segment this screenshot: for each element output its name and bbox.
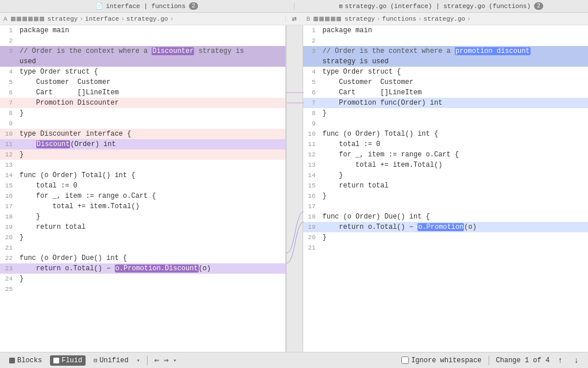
left-code-area[interactable]: 1 package main 2 3 // Order is the conte… bbox=[0, 25, 285, 352]
line-content: func (o Order) Total() int { bbox=[320, 129, 589, 139]
line-number: 13 bbox=[0, 160, 17, 170]
fluid-view-option[interactable]: Fluid bbox=[50, 355, 86, 366]
line-number: 5 bbox=[303, 77, 320, 87]
left-title: 📄 interface | functions 2 bbox=[0, 2, 295, 10]
table-row: 3 // Order is the context where a promot… bbox=[303, 46, 589, 67]
line-number: 18 bbox=[0, 212, 17, 222]
breadcrumb-strategy-left[interactable]: strategy bbox=[48, 16, 78, 22]
left-breadcrumb: A strategy › interface › strategy.go › bbox=[0, 16, 286, 22]
line-content: Promotion Discounter bbox=[17, 98, 285, 108]
left-code-lines: 1 package main 2 3 // Order is the conte… bbox=[0, 25, 285, 294]
ignore-whitespace-label[interactable]: Ignore whitespace bbox=[401, 356, 481, 365]
table-row: 1 package main bbox=[0, 25, 285, 36]
line-number: 24 bbox=[0, 274, 17, 284]
next-change-button[interactable]: ↓ bbox=[571, 355, 582, 366]
table-row: 10 type Discounter interface { bbox=[0, 129, 285, 139]
line-content: type Discounter interface { bbox=[17, 129, 285, 139]
line-content: } bbox=[17, 232, 285, 243]
table-row: 6 Cart []LineItem bbox=[0, 87, 285, 98]
nav-right-arrow[interactable]: ⇒ bbox=[164, 355, 168, 365]
breadcrumb-strategygo-left[interactable]: strategy.go bbox=[126, 16, 168, 22]
line-content: package main bbox=[320, 25, 589, 36]
line-content: Customer Customer bbox=[17, 77, 285, 87]
table-row: 1 package main bbox=[303, 25, 589, 36]
line-content: } bbox=[17, 108, 285, 118]
title-bar: 📄 interface | functions 2 ⊞ strategy.go … bbox=[0, 0, 588, 13]
nav-left-arrow[interactable]: ⇐ bbox=[154, 355, 159, 365]
table-row: 25 bbox=[0, 284, 285, 294]
fluid-icon bbox=[53, 358, 59, 363]
table-row: 15 total := 0 bbox=[0, 181, 285, 191]
line-content: } bbox=[320, 170, 589, 181]
unified-icon: ⊟ bbox=[94, 357, 97, 364]
connector-svg bbox=[287, 25, 304, 347]
table-row: 19 return o.Total() − o.Promotion(o) bbox=[303, 222, 589, 232]
line-number: 25 bbox=[0, 284, 17, 294]
table-row: 11 Discount(Order) int bbox=[0, 139, 285, 150]
table-row: 16 for _, item := range o.Cart { bbox=[0, 191, 285, 201]
main-content: 1 package main 2 3 // Order is the conte… bbox=[0, 25, 588, 352]
right-code-lines: 1 package main 2 3 // Order is the conte… bbox=[303, 25, 589, 253]
separator2 bbox=[489, 356, 489, 365]
view-dropdown-arrow[interactable]: ▾ bbox=[137, 357, 140, 364]
line-number: 9 bbox=[0, 118, 17, 129]
table-row: 7 Promotion Discounter bbox=[0, 98, 285, 108]
line-content bbox=[320, 118, 589, 129]
prev-change-button[interactable]: ↑ bbox=[554, 355, 566, 366]
table-row: 13 total += item.Total() bbox=[303, 160, 589, 170]
highlight-discounter: Discounter bbox=[152, 47, 194, 55]
line-number: 22 bbox=[0, 253, 17, 263]
unified-view-option[interactable]: ⊟ Unified bbox=[90, 355, 131, 366]
right-title: ⊞ strategy.go (interface) | strategy.go … bbox=[295, 2, 589, 10]
line-number: 3 bbox=[303, 46, 320, 67]
line-number: 23 bbox=[0, 263, 17, 274]
line-content bbox=[17, 36, 285, 46]
line-content: } bbox=[320, 108, 589, 118]
table-row: 8 } bbox=[0, 108, 285, 118]
line-content: total := 0 bbox=[320, 139, 589, 150]
table-row: 5 Customer Customer bbox=[303, 77, 589, 87]
line-content: total := 0 bbox=[17, 181, 285, 191]
line-content: } bbox=[17, 150, 285, 160]
diff-swap-arrows[interactable]: ⇄ bbox=[286, 14, 303, 24]
line-number: 19 bbox=[0, 222, 17, 232]
highlight-o-promotion-right: o.Promotion bbox=[417, 223, 464, 231]
line-number: 7 bbox=[0, 98, 17, 108]
table-row: 17 total += item.Total() bbox=[0, 201, 285, 212]
line-number: 20 bbox=[0, 232, 17, 243]
breadcrumb-functions[interactable]: functions bbox=[382, 16, 416, 22]
breadcrumb-a-label: A bbox=[3, 16, 7, 22]
table-row: 4 type Order struct { bbox=[303, 67, 589, 77]
ignore-whitespace-checkbox[interactable] bbox=[401, 356, 409, 364]
line-content: package main bbox=[17, 25, 285, 36]
line-number: 1 bbox=[303, 25, 320, 36]
right-code-area[interactable]: 1 package main 2 3 // Order is the conte… bbox=[303, 25, 589, 352]
line-content bbox=[17, 243, 285, 253]
breadcrumb-strategy-right[interactable]: strategy bbox=[345, 16, 375, 22]
right-title-label: strategy.go (interface) | strategy.go (f… bbox=[345, 3, 531, 10]
line-number: 8 bbox=[303, 108, 320, 118]
breadcrumb-interface[interactable]: interface bbox=[85, 16, 119, 22]
table-row: 19 return total bbox=[0, 222, 285, 232]
table-row: 12 } bbox=[0, 150, 285, 160]
line-content: Cart []LineItem bbox=[320, 87, 589, 98]
line-content: // Order is the context where a Discount… bbox=[17, 46, 285, 67]
line-number: 17 bbox=[0, 201, 17, 212]
nav-dropdown-arrow[interactable]: ▾ bbox=[173, 357, 177, 364]
line-content: } bbox=[320, 232, 589, 243]
left-file-icon: 📄 bbox=[95, 2, 103, 10]
line-number: 21 bbox=[0, 243, 17, 253]
blocks-view-option[interactable]: Blocks bbox=[6, 355, 45, 366]
table-row: 3 // Order is the context where a Discou… bbox=[0, 46, 285, 67]
table-row: 2 bbox=[303, 36, 589, 46]
line-content bbox=[17, 160, 285, 170]
line-content: total += item.Total() bbox=[320, 160, 589, 170]
line-number: 6 bbox=[303, 87, 320, 98]
line-content: return o.Total() − o.Promotion(o) bbox=[320, 222, 589, 232]
separator bbox=[147, 356, 148, 365]
line-content: } bbox=[320, 191, 589, 201]
breadcrumb-bar: A strategy › interface › strategy.go › ⇄… bbox=[0, 13, 588, 25]
line-number: 10 bbox=[303, 129, 320, 139]
breadcrumb-strategygo-right[interactable]: strategy.go bbox=[424, 16, 466, 22]
table-row: 14 } bbox=[303, 170, 589, 181]
